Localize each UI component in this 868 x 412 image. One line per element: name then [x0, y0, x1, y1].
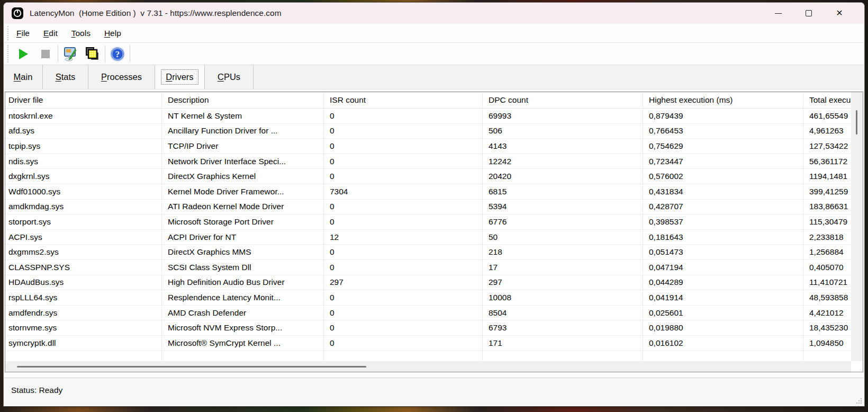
cell-description: Microsoft NVM Express Storp... — [161, 323, 323, 333]
cell-description: ATI Radeon Kernel Mode Driver — [161, 202, 323, 211]
cell-description: DirectX Graphics Kernel — [161, 172, 323, 181]
cell-isr: 0 — [323, 126, 482, 136]
cell-highest: 0,398537 — [643, 217, 803, 227]
column-header-file[interactable]: Driver file — [5, 95, 161, 105]
toolbar-separator — [58, 46, 58, 62]
drivers-table: Driver fileDescriptionISR countDPC count… — [5, 92, 863, 372]
help-button[interactable]: ? — [106, 45, 129, 63]
column-header-total[interactable]: Total execu — [803, 95, 851, 105]
maximize-button[interactable] — [793, 3, 824, 24]
drivers-grid: Driver fileDescriptionISR countDPC count… — [5, 92, 851, 361]
cell-dpc: 20420 — [482, 172, 643, 181]
table-row[interactable]: ndis.sysNetwork Driver Interface Speci..… — [5, 154, 851, 169]
horizontal-scrollbar[interactable] — [5, 361, 851, 372]
cell-isr: 0 — [323, 323, 482, 333]
cell-isr: 12 — [323, 232, 482, 242]
tab-processes[interactable]: Processes — [88, 65, 155, 89]
latencymon-window: LatencyMon (Home Edition ) v 7.31 - http… — [3, 2, 865, 407]
menu-items: FileEditToolsHelp — [4, 26, 126, 40]
cell-total: 1,094850 — [803, 338, 851, 348]
cell-total: 56,361172 — [803, 157, 851, 166]
tab-stats[interactable]: Stats — [43, 65, 88, 89]
cell-description: SCSI Class System Dll — [161, 263, 323, 272]
table-row[interactable]: Wdf01000.sysKernel Mode Driver Framewor.… — [5, 184, 851, 200]
cell-description: High Definition Audio Bus Driver — [161, 277, 323, 287]
minimize-button[interactable] — [763, 3, 793, 24]
cell-total: 1194,1481 — [803, 172, 851, 181]
cell-dpc: 218 — [482, 247, 643, 257]
edit-report-button[interactable] — [59, 45, 82, 63]
cell-dpc: 6793 — [482, 323, 643, 333]
cell-isr: 0 — [323, 172, 482, 181]
close-button[interactable]: ✕ — [824, 3, 855, 24]
cell-description: ACPI Driver for NT — [161, 232, 323, 242]
cell-isr: 0 — [323, 293, 482, 302]
close-icon: ✕ — [836, 9, 843, 17]
table-row[interactable]: rspLLL64.sysResplendence Latency Monit..… — [5, 290, 851, 306]
cell-file: dxgmms2.sys — [5, 247, 161, 257]
table-row[interactable]: ACPI.sysACPI Driver for NT12500,1816432,… — [5, 230, 851, 245]
vertical-scrollbar-thumb[interactable] — [856, 110, 857, 135]
menubar-gripper — [7, 26, 9, 40]
table-row[interactable]: afd.sysAncillary Function Driver for ...… — [5, 124, 851, 139]
horizontal-scrollbar-thumb[interactable] — [17, 366, 366, 368]
cell-dpc: 171 — [482, 338, 643, 348]
cell-highest: 0,051473 — [643, 247, 803, 257]
cell-isr: 0 — [323, 141, 482, 151]
cell-highest: 0,047194 — [643, 263, 803, 272]
tab-main[interactable]: Main — [4, 65, 43, 89]
tab-label: Stats — [51, 69, 80, 85]
copy-pages-icon — [85, 46, 101, 62]
column-header-description[interactable]: Description — [161, 95, 323, 105]
cell-dpc: 69993 — [482, 111, 643, 121]
cell-file: symcryptk.dll — [5, 338, 161, 348]
menu-edit[interactable]: Edit — [38, 26, 63, 40]
toolbar: ? — [4, 43, 864, 65]
table-row[interactable]: HDAudBus.sysHigh Definition Audio Bus Dr… — [5, 275, 851, 291]
cell-highest: 0,431834 — [643, 187, 803, 196]
cell-file: storport.sys — [5, 217, 161, 227]
stop-monitor-button[interactable] — [34, 45, 57, 63]
menu-file[interactable]: File — [11, 26, 35, 40]
table-row[interactable]: amdfendr.sysAMD Crash Defender085040,025… — [5, 306, 851, 321]
cell-highest: 0,041914 — [643, 293, 803, 302]
column-header-dpc[interactable]: DPC count — [482, 95, 643, 105]
resize-grip-icon[interactable] — [856, 398, 862, 404]
table-row[interactable]: tcpip.sysTCP/IP Driver041430,754629127,5… — [5, 139, 851, 154]
table-row[interactable]: symcryptk.dllMicrosoft® SymCrypt Kernel … — [5, 336, 851, 351]
vertical-scrollbar[interactable] — [851, 92, 863, 361]
cell-dpc: 5394 — [482, 202, 643, 211]
tab-cpus[interactable]: CPUs — [205, 65, 254, 89]
menu-help[interactable]: Help — [99, 26, 126, 40]
cell-total: 4,421012 — [803, 308, 851, 318]
tab-drivers[interactable]: Drivers — [155, 65, 205, 89]
cell-dpc: 6776 — [482, 217, 643, 227]
stop-icon — [41, 50, 50, 58]
cell-file: tcpip.sys — [5, 141, 161, 151]
start-monitor-button[interactable] — [12, 45, 34, 63]
column-separator — [803, 92, 803, 361]
table-row[interactable]: ntoskrnl.exeNT Kernel & System0699930,87… — [5, 109, 851, 124]
play-icon — [19, 49, 28, 59]
table-row[interactable]: storport.sysMicrosoft Storage Port Drive… — [5, 214, 851, 230]
cell-file: amdfendr.sys — [5, 308, 161, 318]
table-row[interactable]: stornvme.sysMicrosoft NVM Express Storp.… — [5, 320, 851, 336]
minimize-icon — [775, 13, 782, 14]
cell-total: 461,65549 — [803, 111, 851, 121]
cell-highest: 0,766453 — [643, 126, 803, 136]
table-row[interactable]: dxgmms2.sysDirectX Graphics MMS02180,051… — [5, 245, 851, 260]
cell-file: rspLLL64.sys — [5, 293, 161, 302]
cell-highest: 0,016102 — [643, 338, 803, 348]
cell-file: HDAudBus.sys — [5, 277, 161, 287]
menu-tools[interactable]: Tools — [66, 26, 96, 40]
column-header-highest[interactable]: Highest execution (ms) — [643, 95, 803, 105]
table-row[interactable]: dxgkrnl.sysDirectX Graphics Kernel020420… — [5, 169, 851, 184]
table-row[interactable]: CLASSPNP.SYSSCSI Class System Dll0170,04… — [5, 260, 851, 275]
cell-dpc: 8504 — [482, 308, 643, 318]
cell-isr: 0 — [323, 111, 482, 121]
table-row[interactable]: amdkmdag.sysATI Radeon Kernel Mode Drive… — [5, 200, 851, 215]
cell-description: Kernel Mode Driver Framewor... — [161, 187, 323, 196]
column-header-isr[interactable]: ISR count — [323, 95, 482, 105]
cell-total: 18,435230 — [803, 323, 851, 333]
copy-report-button[interactable] — [82, 45, 104, 63]
